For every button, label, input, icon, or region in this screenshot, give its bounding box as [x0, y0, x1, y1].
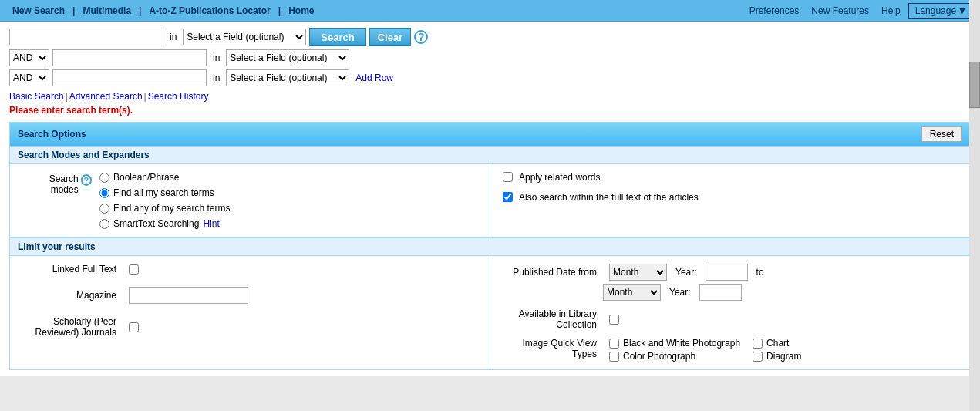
image-quick-view-row: Image Quick View Types Black and White P… [503, 338, 958, 362]
field-select-wrap-3: Select a Field (optional) [226, 69, 349, 86]
year-to-label: Year: [669, 287, 691, 298]
color-photo-label[interactable]: Color Photograph [609, 351, 740, 362]
nav-sep1: | [72, 5, 75, 16]
linked-full-text-row: Linked Full Text [22, 264, 477, 275]
search-history-link[interactable]: Search History [148, 91, 209, 102]
to-date-row: Month JanuaryFebruaryMarch AprilMayJune … [503, 284, 958, 301]
field-select-wrap-2: Select a Field (optional) [226, 49, 349, 66]
in-label-3: in [213, 72, 220, 83]
also-search-label: Also search within the full text of the … [519, 192, 699, 204]
error-message: Please enter search term(s). [9, 105, 971, 116]
search-input-2[interactable] [52, 49, 207, 66]
limit-right: Published Date from Month JanuaryFebruar… [490, 256, 970, 369]
mode-boolean-radio[interactable] [99, 173, 109, 183]
bool-select-2[interactable]: AND OR NOT [9, 49, 49, 66]
search-modes-row: Search modes ? Boolean/Phrase Find all m… [22, 172, 477, 229]
mode-boolean[interactable]: Boolean/Phrase [99, 172, 230, 183]
nav-help[interactable]: Help [877, 2, 905, 19]
to-year-input[interactable] [699, 284, 742, 301]
panel-title: Search Options [18, 129, 86, 140]
mode-find-all[interactable]: Find all my search terms [99, 187, 230, 198]
top-nav-left: New Search | Multimedia | A-to-Z Publica… [6, 2, 320, 19]
hint-link[interactable]: Hint [203, 218, 219, 229]
to-label: to [756, 267, 764, 278]
magazine-input[interactable] [129, 287, 248, 304]
mode-find-any[interactable]: Find any of my search terms [99, 203, 230, 214]
mode-find-any-radio[interactable] [99, 204, 109, 214]
scholarly-checkbox[interactable] [129, 322, 139, 332]
top-navigation: New Search | Multimedia | A-to-Z Publica… [0, 0, 980, 22]
mode-find-all-radio[interactable] [99, 188, 109, 198]
available-library-checkbox[interactable] [609, 315, 619, 325]
field-select-wrap-1: Select a Field (optional) [183, 29, 306, 45]
search-modes-expanders: Search modes ? Boolean/Phrase Find all m… [10, 164, 970, 237]
scroll-thumb[interactable] [969, 62, 980, 108]
nav-new-features[interactable]: New Features [807, 2, 874, 19]
magazine-row: Magazine [22, 287, 477, 304]
in-label-2: in [213, 52, 220, 63]
add-row-link[interactable]: Add Row [355, 72, 393, 83]
field-select-3[interactable]: Select a Field (optional) [226, 69, 349, 86]
scholarly-row: Scholarly (Peer Reviewed) Journals [22, 316, 477, 338]
from-year-input[interactable] [706, 264, 748, 281]
section2-header: Limit your results [10, 238, 970, 256]
help-icon[interactable]: ? [414, 30, 428, 44]
nav-preferences[interactable]: Preferences [745, 2, 804, 19]
search-input-1[interactable] [9, 29, 163, 45]
in-label-1: in [170, 32, 177, 42]
diagram-label[interactable]: Diagram [753, 351, 801, 362]
apply-related-label: Apply related words [519, 172, 600, 184]
nav-sep3: | [278, 5, 281, 16]
main-content: in Select a Field (optional) Search Clea… [0, 22, 980, 376]
image-type-col2: Chart Diagram [753, 338, 801, 362]
chart-checkbox[interactable] [753, 339, 763, 349]
also-search-checkbox[interactable] [503, 192, 513, 202]
image-quick-view: Black and White Photograph Color Photogr… [609, 338, 801, 362]
bw-photo-label[interactable]: Black and White Photograph [609, 338, 740, 349]
section1-header: Search Modes and Expanders [10, 146, 970, 164]
top-nav-right: Preferences New Features Help Language ▼ [745, 2, 974, 19]
search-modes-options: Boolean/Phrase Find all my search terms … [99, 172, 230, 229]
nav-new-search[interactable]: New Search [6, 2, 71, 19]
published-date-label: Published Date from [503, 267, 603, 278]
basic-search-link[interactable]: Basic Search [9, 91, 64, 102]
search-modes-label: Search modes ? [22, 172, 99, 195]
search-input-3[interactable] [52, 69, 207, 86]
nav-sep2: | [139, 5, 141, 16]
apply-related-checkbox[interactable] [503, 172, 513, 182]
available-library-row: Available in Library Collection [503, 308, 958, 330]
mode-smarttext-radio[interactable] [99, 219, 109, 229]
bw-photo-checkbox[interactable] [609, 339, 619, 349]
scrollbar[interactable] [969, 0, 980, 376]
advanced-search-link[interactable]: Advanced Search [69, 91, 143, 102]
search-row-2: AND OR NOT in Select a Field (optional) [9, 49, 971, 66]
search-button[interactable]: Search [309, 28, 365, 46]
color-photo-checkbox[interactable] [609, 352, 619, 362]
chart-label[interactable]: Chart [753, 338, 801, 349]
options-left: Search modes ? Boolean/Phrase Find all m… [10, 164, 490, 237]
nav-home[interactable]: Home [282, 2, 320, 19]
linked-full-text-label: Linked Full Text [22, 264, 123, 275]
clear-button[interactable]: Clear [369, 28, 412, 46]
panel-header: Search Options Reset [10, 123, 970, 146]
to-month-select[interactable]: Month JanuaryFebruaryMarch AprilMayJune … [603, 284, 661, 301]
diagram-checkbox[interactable] [753, 352, 763, 362]
reset-button[interactable]: Reset [921, 126, 962, 142]
language-button[interactable]: Language ▼ [908, 3, 974, 19]
linked-full-text-checkbox[interactable] [129, 264, 139, 275]
limit-left: Linked Full Text Magazine Scholarly (Pee… [10, 256, 490, 369]
limit-results-section: Limit your results Linked Full Text Maga… [10, 237, 970, 369]
nav-az-publications[interactable]: A-to-Z Publications Locator [143, 2, 276, 19]
available-library-label: Available in Library Collection [503, 308, 603, 330]
search-type-links: Basic Search | Advanced Search | Search … [9, 91, 971, 102]
apply-related-row: Apply related words [503, 172, 958, 184]
field-select-1[interactable]: Select a Field (optional) [183, 29, 306, 45]
search-modes-help-icon[interactable]: ? [81, 174, 92, 186]
bool-select-3[interactable]: AND OR NOT [9, 69, 49, 86]
image-quick-view-label: Image Quick View Types [503, 338, 603, 359]
search-row-1: in Select a Field (optional) Search Clea… [9, 28, 971, 46]
field-select-2[interactable]: Select a Field (optional) [226, 49, 349, 66]
from-month-select[interactable]: Month JanuaryFebruaryMarch AprilMayJune … [609, 264, 667, 281]
mode-smarttext[interactable]: SmartText Searching Hint [99, 218, 230, 229]
nav-multimedia[interactable]: Multimedia [76, 2, 137, 19]
